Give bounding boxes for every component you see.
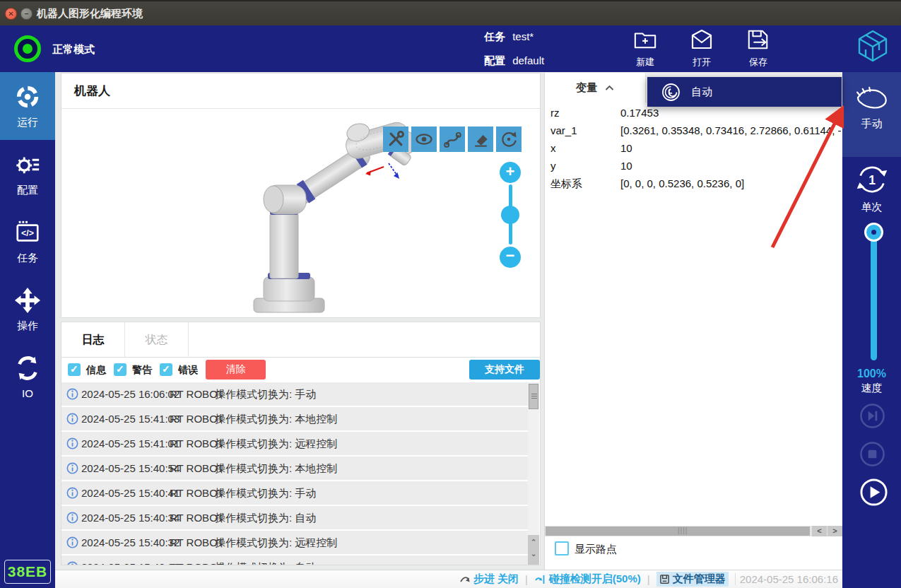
- save-button[interactable]: 保存: [736, 28, 780, 69]
- save-label: 保存: [736, 56, 780, 69]
- log-time: 2024-05-25 15:41:01: [81, 437, 179, 449]
- sidebar-item-run[interactable]: 运行: [0, 72, 55, 140]
- config-value: default: [512, 54, 544, 66]
- variables-tab[interactable]: 变量: [545, 73, 646, 102]
- scrollbar-thumb[interactable]: [529, 384, 538, 409]
- play-button[interactable]: [859, 478, 888, 507]
- path-icon: [442, 129, 462, 149]
- filter-warning: 警告: [114, 363, 152, 377]
- mode-dropdown-option-auto[interactable]: 自动: [647, 76, 842, 107]
- eye-icon: [414, 129, 434, 149]
- log-time: 2024-05-25 15:40:30: [81, 561, 179, 565]
- eraser-icon: [471, 129, 490, 149]
- file-manager-label: 文件管理器: [673, 572, 726, 586]
- minimize-icon[interactable]: [20, 8, 33, 20]
- sidebar-item-label: 操作: [0, 319, 55, 333]
- config-label: 配置: [484, 54, 505, 66]
- log-row[interactable]: 2024-05-25 15:40:54 RT ROBOT 操作模式切换为: 本地…: [61, 457, 528, 480]
- log-time: 2024-05-25 15:40:32: [81, 536, 179, 548]
- left-sidebar: 运行 配置 </> 任务: [0, 72, 55, 588]
- view-path-button[interactable]: [440, 127, 465, 152]
- sidebar-item-operate[interactable]: 操作: [0, 276, 55, 343]
- open-button[interactable]: 打开: [680, 28, 724, 69]
- step-status-label: 步进 关闭: [473, 572, 519, 586]
- variable-value: 10: [620, 160, 841, 172]
- sidebar-item-config[interactable]: 配置: [0, 140, 55, 208]
- variable-row[interactable]: 坐标系 [0, 0, 0, 0.5236, 0.5236, 0]: [545, 175, 842, 193]
- log-tabs: 日志 状态: [61, 322, 540, 358]
- log-time: 2024-05-25 15:40:54: [81, 462, 179, 474]
- brand-logo-icon: [856, 30, 889, 62]
- separator: |: [647, 573, 650, 585]
- scrollbar-thumb[interactable]: [546, 527, 810, 536]
- support-files-button[interactable]: 支持文件: [469, 360, 540, 380]
- window-titlebar: 机器人图形化编程环境: [0, 0, 901, 25]
- scroll-right-icon[interactable]: >: [828, 526, 842, 536]
- step-status[interactable]: 步进 关闭: [459, 572, 519, 586]
- task-label: 任务: [484, 30, 505, 42]
- zoom-in-button[interactable]: +: [500, 162, 521, 183]
- speed-slider-track[interactable]: [871, 233, 877, 360]
- speed-slider-handle[interactable]: [864, 223, 883, 242]
- info-icon: [66, 462, 78, 476]
- right-sidebar: 手动 1 单次 100% 速度: [842, 72, 901, 588]
- scroll-buttons[interactable]: ⌃ ⌄: [528, 535, 539, 565]
- log-row[interactable]: 2024-05-25 15:40:34 RT ROBOT 操作模式切换为: 自动: [61, 506, 528, 529]
- clear-button[interactable]: 清除: [206, 360, 266, 380]
- view-eraser-button[interactable]: [468, 127, 493, 152]
- warning-checkbox[interactable]: [114, 363, 126, 376]
- log-row[interactable]: 2024-05-25 15:40:41 RT ROBOT 操作模式切换为: 手动: [61, 481, 528, 505]
- filter-info: 信息: [68, 363, 106, 377]
- filter-error-label: 错误: [178, 364, 198, 375]
- variables-panel: 变量 rz 0.17453 var_1 [0.3261, 0.35348, 0.…: [544, 73, 842, 571]
- file-manager-button[interactable]: 文件管理器: [656, 572, 729, 587]
- variables-horizontal-scrollbar[interactable]: [545, 526, 843, 536]
- close-icon[interactable]: [5, 8, 17, 20]
- robot-panel: 机器人: [61, 73, 541, 318]
- info-icon: [66, 413, 78, 427]
- filter-info-label: 信息: [86, 364, 106, 375]
- scroll-left-icon[interactable]: <: [812, 526, 827, 536]
- mode-indicator-icon: [14, 35, 41, 62]
- speed-value: 100%: [842, 368, 901, 380]
- variable-row[interactable]: rz 0.17453: [545, 105, 842, 122]
- view-tools-button[interactable]: [383, 127, 408, 152]
- zoom-out-button[interactable]: −: [500, 247, 521, 268]
- sidebar-item-task[interactable]: </> 任务: [0, 208, 55, 276]
- scroll-down-icon[interactable]: ⌄: [528, 546, 539, 560]
- single-cycle-icon: 1: [855, 163, 889, 196]
- variable-row[interactable]: y 10: [545, 158, 842, 175]
- manual-mode-button[interactable]: 手动: [842, 72, 901, 157]
- log-row[interactable]: 2024-05-25 15:41:01 RT ROBOT 操作模式切换为: 远程…: [61, 432, 528, 455]
- log-message: 操作模式切换为: 远程控制: [215, 536, 337, 550]
- error-checkbox[interactable]: [160, 363, 172, 376]
- log-vertical-scrollbar[interactable]: ⌃ ⌄: [528, 382, 539, 565]
- step-forward-button[interactable]: [859, 403, 885, 429]
- open-icon: [690, 28, 714, 51]
- dropdown-option-label: 自动: [691, 86, 712, 99]
- single-run-label: 单次: [842, 201, 901, 214]
- new-task-label: 新建: [623, 56, 667, 69]
- zoom-slider-handle[interactable]: [501, 206, 519, 224]
- variable-row[interactable]: var_1 [0.3261, 0.35348, 0.73416, 2.72866…: [545, 122, 842, 140]
- collision-status[interactable]: 碰撞检测开启(50%): [534, 572, 641, 586]
- log-message: 操作模式切换为: 自动: [215, 561, 316, 565]
- tab-log[interactable]: 日志: [61, 322, 125, 358]
- view-rotate-button[interactable]: [496, 127, 522, 152]
- tab-status[interactable]: 状态: [125, 322, 189, 358]
- sidebar-item-label: 任务: [0, 252, 55, 265]
- info-icon: [66, 388, 78, 402]
- log-row[interactable]: 2024-05-25 15:41:03 RT ROBOT 操作模式切换为: 本地…: [61, 407, 528, 430]
- log-row[interactable]: 2024-05-25 15:40:30 RT ROBOT 操作模式切换为: 自动: [61, 555, 528, 565]
- sidebar-item-io[interactable]: IO: [0, 343, 55, 411]
- single-run-button[interactable]: 1 单次: [842, 157, 901, 225]
- stop-button[interactable]: [859, 441, 885, 467]
- operate-icon: [14, 287, 41, 314]
- show-waypoints-checkbox[interactable]: [555, 541, 569, 555]
- view-visibility-button[interactable]: [411, 127, 437, 152]
- info-checkbox[interactable]: [68, 363, 81, 376]
- variable-row[interactable]: x 10: [545, 140, 842, 158]
- log-row[interactable]: 2024-05-25 16:06:02 RT ROBOT 操作模式切换为: 手动: [61, 382, 528, 406]
- new-task-button[interactable]: 新建: [623, 28, 667, 69]
- log-row[interactable]: 2024-05-25 15:40:32 RT ROBOT 操作模式切换为: 远程…: [61, 531, 528, 554]
